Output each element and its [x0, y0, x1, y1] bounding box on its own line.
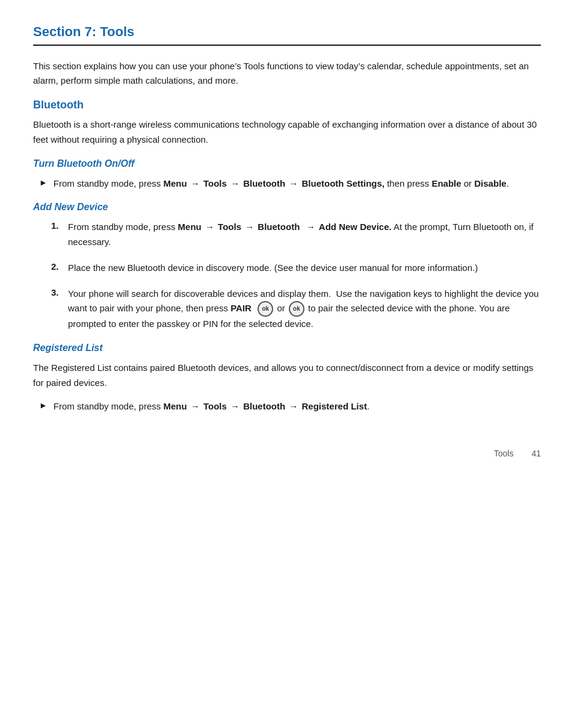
registered-list-description: The Registered List contains paired Blue… — [33, 361, 541, 391]
step-2-text: Place the new Bluetooth device in discov… — [68, 261, 478, 276]
registered-list-text: From standby mode, press Menu → Tools → … — [54, 399, 369, 414]
page-title: Section 7: Tools — [33, 24, 541, 46]
step-3: 3. Your phone will search for discoverab… — [51, 287, 541, 332]
step-1: 1. From standby mode, press Menu → Tools… — [51, 220, 541, 250]
add-new-device-steps: 1. From standby mode, press Menu → Tools… — [51, 220, 541, 332]
intro-text: This section explains how you can use yo… — [33, 59, 541, 88]
turn-bluetooth-heading: Turn Bluetooth On/Off — [33, 158, 541, 169]
footer-page-number: 41 — [531, 449, 541, 458]
bullet-arrow-icon: ► — [39, 178, 48, 187]
registered-bullet-arrow-icon: ► — [39, 400, 48, 410]
step-2: 2. Place the new Bluetooth device in dis… — [51, 261, 541, 276]
bluetooth-description: Bluetooth is a short-range wireless comm… — [33, 117, 541, 148]
turn-bluetooth-text: From standby mode, press Menu → Tools → … — [54, 176, 509, 191]
step-3-number: 3. — [51, 287, 68, 297]
add-new-device-heading: Add New Device — [33, 202, 541, 213]
bluetooth-heading: Bluetooth — [33, 99, 541, 111]
step-1-number: 1. — [51, 220, 68, 231]
ok-button-1: ok — [258, 301, 273, 317]
step-1-text: From standby mode, press Menu → Tools → … — [68, 220, 541, 250]
registered-list-heading: Registered List — [33, 343, 541, 353]
turn-bluetooth-bullet: ► From standby mode, press Menu → Tools … — [39, 176, 541, 191]
registered-list-bullet: ► From standby mode, press Menu → Tools … — [39, 399, 541, 414]
page-footer: Tools 41 — [33, 444, 541, 458]
step-2-number: 2. — [51, 261, 68, 272]
step-3-text: Your phone will search for discoverable … — [68, 287, 541, 332]
footer-label: Tools — [494, 449, 514, 458]
ok-button-2: ok — [289, 301, 304, 317]
